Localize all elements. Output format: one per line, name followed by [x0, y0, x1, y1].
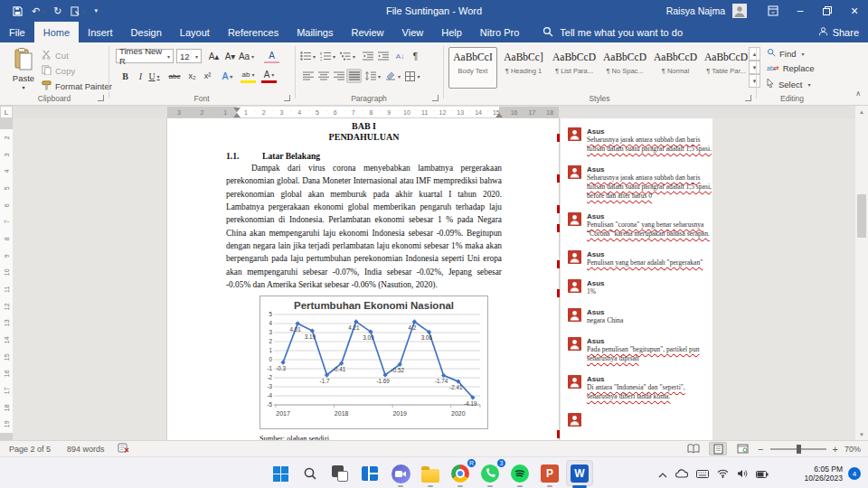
word-button[interactable]: W: [568, 462, 591, 485]
menu-tab-references[interactable]: References: [219, 22, 288, 42]
show-marks-button[interactable]: ¶: [408, 49, 423, 63]
undo-icon[interactable]: ↶: [32, 5, 44, 17]
battery-icon[interactable]: [756, 465, 769, 482]
font-dialog-launcher[interactable]: [284, 95, 290, 101]
shrink-font-button[interactable]: A▾: [222, 49, 238, 63]
styles-scroll-up[interactable]: ▲: [749, 47, 760, 61]
highlight-button[interactable]: ab: [241, 69, 256, 83]
font-name-select[interactable]: Times New R: [116, 49, 174, 63]
menu-tab-insert[interactable]: Insert: [79, 22, 122, 42]
cut-button[interactable]: Cut: [42, 50, 69, 61]
powerpoint-button[interactable]: P: [538, 462, 561, 485]
menu-tab-file[interactable]: File: [0, 22, 34, 42]
subscript-button[interactable]: x₂: [184, 69, 200, 83]
clipboard-dialog-launcher[interactable]: [98, 95, 104, 101]
minimize-button[interactable]: –: [787, 0, 814, 22]
style-card-table-par[interactable]: AaBbCcD¶ Table Par...: [702, 47, 750, 89]
right-indent-marker[interactable]: [495, 113, 503, 117]
align-right-button[interactable]: [331, 69, 346, 83]
avatar[interactable]: [732, 4, 747, 18]
align-center-button[interactable]: [316, 69, 331, 83]
bold-button[interactable]: B: [118, 69, 133, 83]
find-button[interactable]: Find: [767, 48, 805, 59]
paste-button[interactable]: Paste▾: [7, 48, 40, 99]
comment-card[interactable]: Asusnegara China: [568, 308, 712, 325]
change-case-button[interactable]: Aa: [239, 49, 254, 63]
menu-tab-help[interactable]: Help: [432, 22, 471, 42]
clear-formatting-button[interactable]: A: [264, 49, 279, 63]
print-layout-button[interactable]: [709, 442, 727, 455]
scroll-up-button[interactable]: ▲: [855, 106, 868, 117]
bullets-button[interactable]: [300, 49, 316, 63]
ribbon-display-options-icon[interactable]: [760, 0, 787, 22]
horizontal-ruler[interactable]: 321 123456789101112131415161718: [0, 106, 855, 118]
document-page[interactable]: BAB I PENDAHULUAN 1.1. Latar Belakang Da…: [167, 118, 559, 440]
styles-dialog-launcher[interactable]: [745, 95, 751, 101]
spotify-button[interactable]: [508, 462, 532, 485]
redo-icon[interactable]: ↻: [53, 5, 61, 17]
comment-card[interactable]: AsusPada penulisan "begitupun", partikel…: [568, 337, 712, 363]
comment-card[interactable]: AsusPenulisan "corona" yang benar seharu…: [568, 212, 712, 239]
increase-indent-button[interactable]: [375, 49, 391, 63]
comment-anchor[interactable]: [557, 174, 560, 183]
comment-card[interactable]: AsusPenulisan yang benar adalah "pergera…: [568, 250, 712, 267]
customize-qat-icon[interactable]: ▾: [94, 7, 98, 14]
copy-button[interactable]: Copy: [42, 65, 75, 77]
read-mode-button[interactable]: [684, 442, 703, 455]
font-color-button[interactable]: A: [261, 69, 277, 83]
collapse-ribbon-button[interactable]: ∧: [855, 89, 861, 98]
strikethrough-button[interactable]: abc: [166, 69, 183, 83]
vertical-ruler[interactable]: 2345678910111213141516171819: [0, 118, 13, 440]
zoom-slider[interactable]: [770, 448, 826, 450]
file-explorer-button[interactable]: [419, 462, 442, 485]
comment-anchor[interactable]: [557, 205, 560, 213]
wifi-icon[interactable]: [717, 465, 729, 482]
menu-tab-layout[interactable]: Layout: [171, 22, 219, 42]
clock[interactable]: 6:05 PM 10/26/2023: [804, 457, 843, 488]
text-effects-button[interactable]: A: [220, 69, 235, 83]
onedrive-icon[interactable]: [675, 465, 688, 482]
styles-scroll-down[interactable]: ▼: [749, 61, 760, 74]
hidden-icons-chevron-icon[interactable]: [658, 465, 667, 482]
style-card-body-text[interactable]: AaBbCcIBody Text: [448, 47, 497, 89]
replace-button[interactable]: ab⇄ Replace: [767, 63, 815, 73]
style-card-list-para[interactable]: AaBbCcD¶ List Para...: [550, 47, 599, 89]
chrome-button[interactable]: R: [448, 462, 472, 485]
vertical-scrollbar[interactable]: ▲ ▼: [855, 106, 868, 440]
superscript-button[interactable]: x²: [200, 69, 215, 83]
comment-anchor[interactable]: [557, 289, 560, 297]
font-size-select[interactable]: 12: [176, 49, 202, 63]
comment-anchor[interactable]: [557, 430, 560, 438]
select-button[interactable]: Select: [767, 79, 810, 89]
style-card-normal[interactable]: AaBbCcD¶ Normal: [651, 47, 700, 89]
style-card-no-spac[interactable]: AaBbCcD¶ No Spac...: [600, 47, 649, 89]
shading-button[interactable]: [385, 69, 401, 83]
menu-tab-mailings[interactable]: Mailings: [288, 22, 342, 42]
first-line-indent-marker[interactable]: [233, 108, 241, 112]
comment-card[interactable]: AsusSeharusnya jarak antara subbab dan b…: [568, 127, 712, 154]
save-icon[interactable]: [13, 6, 23, 16]
tell-me-label[interactable]: Tell me what you want to do: [560, 27, 683, 38]
scroll-down-button[interactable]: ▼: [855, 428, 868, 440]
borders-button[interactable]: [405, 69, 420, 83]
restore-button[interactable]: [814, 0, 841, 22]
keyboard-icon[interactable]: [696, 465, 709, 482]
comment-anchor[interactable]: [557, 134, 560, 142]
menu-tab-design[interactable]: Design: [122, 22, 171, 42]
scroll-thumb[interactable]: [857, 194, 866, 238]
comment-card[interactable]: Asus1%: [568, 279, 712, 296]
format-painter-button[interactable]: Format Painter: [42, 80, 112, 92]
zoom-in-button[interactable]: +: [833, 444, 838, 455]
share-button[interactable]: Share: [818, 22, 859, 42]
volume-icon[interactable]: [737, 465, 748, 482]
tab-selector[interactable]: L: [0, 106, 13, 118]
menu-tab-home[interactable]: Home: [34, 22, 79, 42]
justify-button[interactable]: [346, 69, 362, 83]
proofing-icon[interactable]: [118, 443, 129, 455]
decrease-indent-button[interactable]: [360, 49, 375, 63]
zoom-out-button[interactable]: −: [758, 444, 763, 455]
sort-button[interactable]: A↓: [392, 49, 408, 63]
web-layout-button[interactable]: [733, 442, 751, 455]
user-name[interactable]: Raisya Najma: [666, 5, 725, 16]
styles-more-button[interactable]: ▼: [749, 74, 760, 88]
